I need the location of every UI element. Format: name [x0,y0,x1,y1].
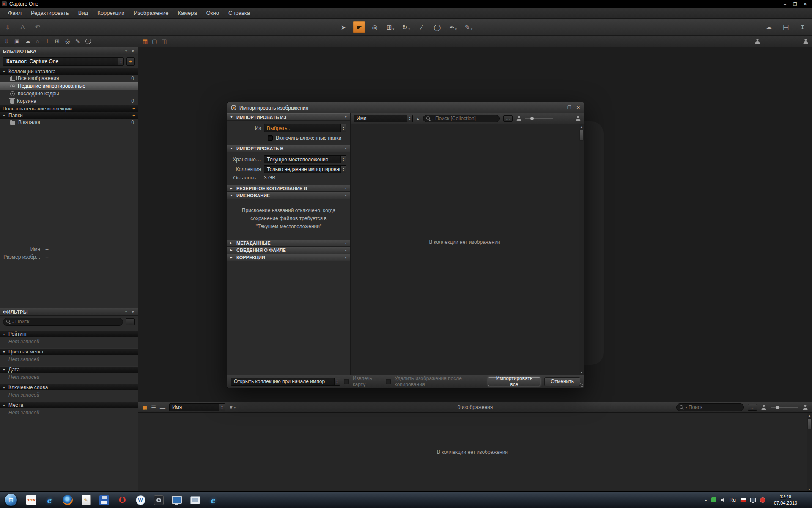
menu-image[interactable]: Изображение [129,8,173,18]
browser-search-box[interactable]: ▾ [676,403,744,411]
filter-group-rating[interactable]: ▼ Рейтинг [0,331,138,337]
catalog-stepper[interactable]: ▲▼ [118,58,123,65]
select-tool-button[interactable]: ➤ [337,21,350,33]
remove-folder-button[interactable]: – [126,113,129,119]
straighten-tool-button[interactable]: ∕ [415,21,428,33]
dialog-search-options-button[interactable]: … [503,115,513,122]
sort-direction-icon[interactable]: ▲ [416,117,420,121]
dialog-minimize-button[interactable]: – [560,105,562,110]
filmstrip-view-button[interactable]: ▬ [160,404,165,411]
tray-antivirus-icon[interactable] [711,497,716,502]
volume-icon[interactable] [721,498,725,502]
storage-stepper[interactable]: ▲▼ [340,156,346,163]
thumbnail-size-slider[interactable] [525,118,553,119]
scroll-thumb[interactable] [579,130,584,141]
section-menu-icon[interactable]: ▼ [344,242,347,245]
info-icon[interactable]: i [85,39,91,44]
storage-select[interactable]: Текущее местоположение ▲▼ [264,155,346,163]
section-menu-icon[interactable]: ▼ [344,147,347,150]
menu-help[interactable]: Справка [224,8,255,18]
help-icon[interactable]: ? [125,49,127,53]
collection-select[interactable]: Только недавние импортирован ▲▼ [264,165,346,173]
scroll-down-icon[interactable]: ▼ [807,486,812,491]
library-item-recent-captures[interactable]: последние кадры [0,90,138,97]
camera-icon[interactable]: ▣ [14,38,19,44]
section-backup-to[interactable]: ▶ РЕЗЕРВНОЕ КОПИРОВАНИЕ В ▼ [227,185,350,192]
section-menu-icon[interactable]: ▼ [344,194,347,197]
dialog-search-input[interactable] [435,116,497,121]
help-icon[interactable]: ? [125,310,127,314]
disclosure-open-icon[interactable]: ▼ [3,351,6,353]
filters-search-box[interactable]: ▾ [3,318,123,326]
search-options-button[interactable]: … [126,318,135,325]
section-menu-icon[interactable]: ▼ [344,256,347,259]
add-folder-button[interactable]: + [132,113,135,119]
grid-view-button[interactable]: ▦ [142,404,147,411]
color-picker-tool-button[interactable]: ✒▾ [447,21,459,33]
loupe-tool-button[interactable]: ◎ [368,21,381,33]
taskbar-openoffice-writer[interactable]: W [133,493,148,507]
taskbar-app-120x[interactable]: 120x [24,493,39,507]
disclosure-open-icon[interactable]: ▼ [3,333,6,336]
menu-window[interactable]: Окно [202,8,224,18]
disclosure-open-icon[interactable]: ▼ [230,147,234,150]
tray-alert-icon[interactable] [760,497,765,503]
section-menu-icon[interactable]: ▼ [344,116,347,119]
maximize-button[interactable]: ❐ [790,1,800,7]
network-icon[interactable] [750,498,756,502]
disclosure-open-icon[interactable]: ▼ [3,70,6,73]
disclosure-closed-icon[interactable]: ▶ [230,187,234,190]
taskbar-file-manager[interactable] [96,493,112,507]
brush-icon[interactable]: ✎ [75,38,80,44]
user-account-icon[interactable] [575,116,581,121]
disclosure-closed-icon[interactable]: ▶ [230,248,234,252]
disclosure-open-icon[interactable]: ▼ [3,404,6,407]
close-button[interactable]: ✕ [800,1,810,7]
minimize-button[interactable]: – [780,1,790,7]
undo-icon[interactable]: ↶ [35,23,41,31]
remove-collection-button[interactable]: – [126,106,129,112]
dialog-search-box[interactable]: ▾ [423,115,500,122]
import-all-button[interactable]: Импортировать все [488,377,540,386]
import-folder-icon[interactable]: ⇩ [4,38,9,44]
open-collection-stepper[interactable]: ▲▼ [334,378,340,385]
collection-stepper[interactable]: ▲▼ [340,166,346,173]
panel-menu-icon[interactable]: ▼ [131,49,135,53]
single-view-button[interactable]: ▢ [152,38,157,44]
menu-adjustments[interactable]: Коррекции [93,8,129,18]
menu-file[interactable]: Файл [3,8,26,18]
lasso-icon[interactable]: ◌ [36,38,39,44]
section-file-info[interactable]: ▶ СВЕДЕНИЯ О ФАЙЛЕ ▼ [227,247,350,254]
disclosure-closed-icon[interactable]: ▶ [230,241,234,245]
dialog-scrollbar[interactable]: ▲ ▼ [579,124,584,375]
draw-mask-tool-button[interactable]: ✎▾ [462,21,475,33]
browser-search-options-button[interactable]: … [748,404,757,411]
pan-tool-button[interactable]: ☛ [353,21,365,33]
browser-search-input[interactable] [689,404,741,410]
browser-sort-select[interactable]: Имя ▲▼ [169,403,225,411]
slider-thumb[interactable] [776,406,779,409]
menu-view[interactable]: Вид [74,8,93,18]
crop-overlay-icon[interactable]: ⊞ [55,38,60,44]
user-account-icon[interactable] [803,39,809,44]
slider-thumb[interactable] [530,117,534,120]
dialog-title-bar[interactable]: Импортировать изображения – ❐ ✕ [227,102,584,113]
print-icon[interactable]: ▤ [783,23,789,31]
user-filter-icon[interactable] [761,405,767,410]
catalog-collections-header[interactable]: ▼ Коллекции каталога [0,68,138,75]
disclosure-open-icon[interactable]: ▼ [3,368,6,371]
folders-header[interactable]: ▼ Папки – + [0,112,138,119]
open-collection-on-import-select[interactable]: Открыть коллекцию при начале импор ▲▼ [231,378,340,386]
scroll-up-icon[interactable]: ▲ [579,124,584,129]
proof-view-button[interactable]: ◫ [162,38,167,44]
library-item-recent-imports[interactable]: Недавние импортированные [0,82,138,90]
dialog-maximize-button[interactable]: ❐ [567,105,571,110]
menu-camera[interactable]: Камера [173,8,201,18]
section-import-from[interactable]: ▼ ИМПОРТИРОВАТЬ ИЗ ▼ [227,113,350,121]
zoom-icon[interactable]: ◎ [65,38,70,44]
add-catalog-button[interactable]: + [126,57,135,66]
import-images-icon[interactable]: ⇩ [5,23,11,31]
section-menu-icon[interactable]: ▼ [344,187,347,190]
scroll-up-icon[interactable]: ▲ [807,413,812,418]
library-item-all-images[interactable]: Все изображения 0 [0,75,138,82]
